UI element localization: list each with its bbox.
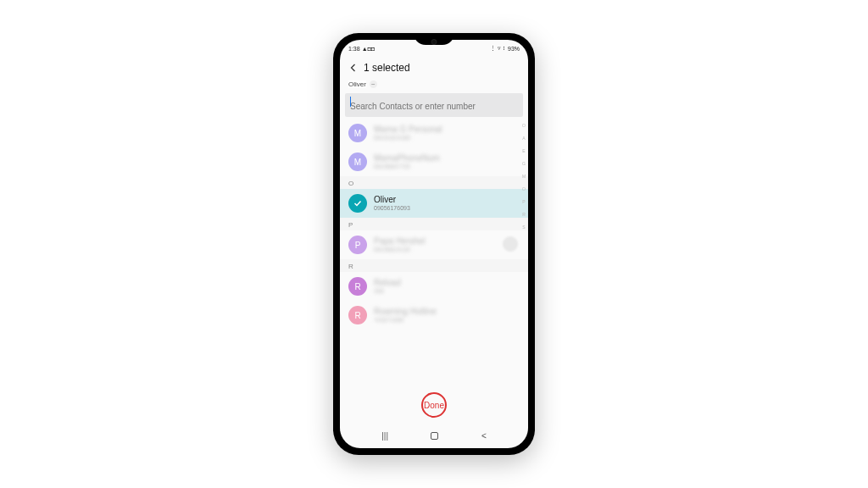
list-item-selected[interactable]: Oliver 09056176093: [340, 189, 528, 218]
section-header-r: R: [340, 259, 528, 272]
contact-name: Mama G Personal: [374, 125, 442, 134]
status-time: 1:38: [348, 46, 360, 52]
avatar: R: [348, 277, 367, 296]
checkmark-icon: [348, 194, 367, 213]
front-camera: [431, 39, 437, 45]
avatar: M: [348, 152, 367, 171]
page-title: 1 selected: [364, 62, 410, 74]
contact-name: Papa Hershel: [374, 236, 426, 246]
contact-name: MamaPhoneNum: [374, 153, 440, 163]
contact-name: Reload: [374, 278, 401, 287]
avatar: P: [348, 236, 367, 254]
search-bar[interactable]: [345, 93, 523, 117]
done-button[interactable]: Done: [419, 397, 449, 413]
avatar: R: [348, 306, 367, 324]
list-item[interactable]: R Reload 350: [340, 272, 528, 301]
status-battery: 93%: [508, 46, 520, 52]
scroll-thumb[interactable]: [503, 236, 518, 252]
contact-sub: 09056176093: [374, 205, 410, 212]
contact-sub: 09190819135: [374, 247, 426, 253]
highlight-circle: Done: [421, 392, 447, 418]
chip-remove-icon[interactable]: −: [370, 80, 377, 88]
nav-back-icon[interactable]: <: [481, 431, 487, 441]
list-item[interactable]: M Mama G Personal 09191819180: [340, 119, 528, 147]
contact-sub: 09190847735: [374, 164, 440, 170]
header: 1 selected: [340, 55, 528, 79]
contact-name: Roaming Hotline: [374, 307, 437, 316]
list-item[interactable]: R Roaming Hotline +63271000: [340, 301, 528, 330]
contact-name: Oliver: [374, 195, 410, 204]
contact-list: M Mama G Personal 09191819180 M MamaPhon…: [340, 119, 528, 330]
contact-sub: 350: [374, 288, 401, 295]
section-header-o: O: [340, 176, 528, 189]
search-input[interactable]: [350, 102, 518, 111]
section-header-p: P: [340, 218, 528, 230]
done-wrap: Done: [340, 392, 528, 418]
nav-recents-icon[interactable]: |||: [381, 431, 388, 441]
selected-chips: Oliver −: [340, 79, 528, 92]
status-icons-right: ⋮ ▿ ⫶: [490, 45, 506, 52]
phone-frame: 1:38 ▲◘◘ ⋮ ▿ ⫶ 93% 1 selected Oliver −: [333, 33, 535, 455]
avatar: M: [348, 124, 367, 142]
chip-oliver[interactable]: Oliver: [348, 80, 366, 88]
list-item[interactable]: P Papa Hershel 09190819135: [340, 230, 528, 259]
list-item[interactable]: M MamaPhoneNum 09190847735: [340, 147, 528, 176]
screen: 1:38 ▲◘◘ ⋮ ▿ ⫶ 93% 1 selected Oliver −: [340, 40, 528, 448]
back-icon[interactable]: [348, 63, 359, 73]
contact-sub: 09191819180: [374, 135, 442, 141]
alpha-index[interactable]: O A E G M O P R S: [520, 119, 527, 330]
nav-home-icon[interactable]: [431, 432, 438, 440]
android-navbar: ||| <: [340, 428, 528, 443]
status-icons-left: ▲◘◘: [362, 46, 375, 52]
contact-sub: +63271000: [374, 317, 437, 324]
